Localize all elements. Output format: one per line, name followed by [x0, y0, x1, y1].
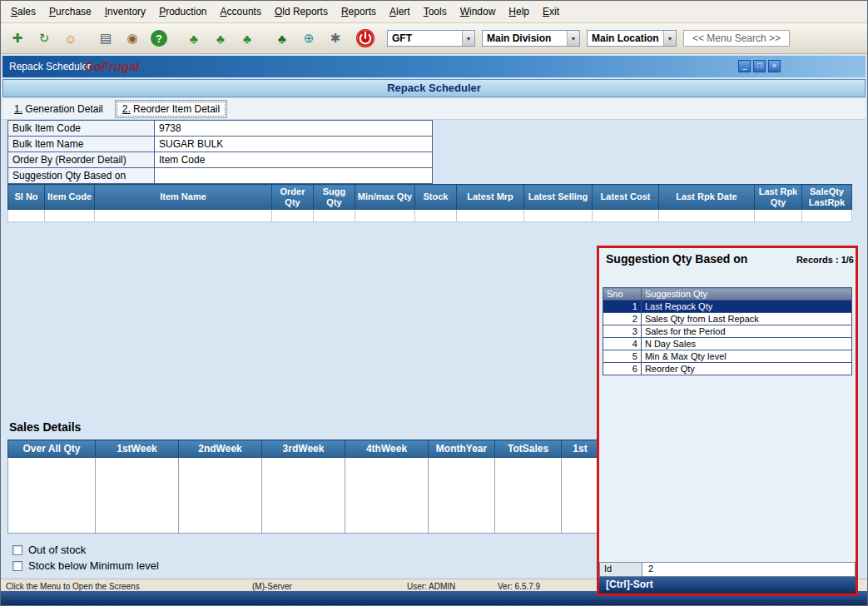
suggestion-row-sno[interactable]: 3 [603, 325, 642, 338]
column-header-last-rpk-qty[interactable]: Last Rpk Qty [755, 185, 802, 210]
menu-alert[interactable]: Alert [383, 3, 417, 20]
menu-purchase[interactable]: Purchase [42, 3, 98, 20]
suggestion-row-sno[interactable]: 1 [603, 301, 642, 313]
table-row [8, 458, 599, 534]
column-header-latest-mrp[interactable]: Latest Mrp [457, 185, 524, 210]
column-header-4th-week[interactable]: 4thWeek [345, 440, 429, 458]
menu-accounts[interactable]: Accounts [214, 3, 268, 20]
empty-cell [415, 210, 457, 222]
help-icon[interactable]: ? [151, 30, 167, 47]
out-of-stock-checkbox[interactable] [12, 545, 22, 555]
tree-icon[interactable]: ♣ [237, 28, 257, 48]
power-icon[interactable] [355, 27, 377, 49]
column-header-saleqty-lastrpk[interactable]: SaleQty LastRpk [802, 185, 852, 210]
column-header-item-name[interactable]: Item Name [95, 185, 272, 210]
bulk-item-name-field[interactable]: SUGAR BULK [155, 137, 433, 152]
tab-reorder-item-detail[interactable]: 2. Reorder Item Detail [115, 100, 227, 118]
suggestion-row-label[interactable]: Min & Max Qty level [641, 350, 851, 363]
status-user: User: ADMIN [407, 582, 455, 591]
suggestion-qty-table: Sno Suggestion Qty 1 Last Repack Qty 2 S… [603, 287, 852, 375]
print-icon[interactable]: ▤ [96, 28, 116, 48]
suggestion-row-label[interactable]: Reorder Qty [641, 363, 851, 375]
tab-generation-detail[interactable]: 1. Generation Detail [7, 101, 110, 117]
empty-cell [755, 210, 802, 222]
minimize-button[interactable]: _ [738, 60, 751, 72]
form-row: Suggestion Qty Based on [8, 168, 433, 184]
bulk-item-code-field[interactable]: 9738 [155, 121, 433, 137]
column-header-1st[interactable]: 1st [562, 440, 599, 458]
column-header-sugg-qty[interactable]: Sugg Qty [314, 185, 355, 210]
suggestion-row-label[interactable]: Last Repack Qty [641, 301, 851, 313]
menu-window[interactable]: Window [454, 3, 503, 20]
location-value: Main Location [592, 32, 659, 44]
settings-icon[interactable]: ✱ [325, 28, 345, 48]
column-header-over-all-qty[interactable]: Over All Qty [8, 440, 96, 458]
column-header-tot-sales[interactable]: TotSales [495, 440, 562, 458]
suggestion-row-sno[interactable]: 6 [603, 363, 642, 375]
suggestion-row[interactable]: 6 Reorder Qty [603, 363, 852, 375]
globe-icon[interactable]: ⊕ [299, 28, 319, 48]
tree-icon[interactable]: ♣ [211, 28, 231, 48]
column-header-latest-cost[interactable]: Latest Cost [593, 185, 659, 210]
column-header-month-year[interactable]: MonthYear [429, 440, 495, 458]
column-header-order-qty[interactable]: Order Qty [272, 185, 314, 210]
column-header-2nd-week[interactable]: 2ndWeek [179, 440, 262, 458]
suggestion-row[interactable]: 5 Min & Max Qty level [603, 350, 852, 363]
menu-sales[interactable]: Sales [4, 3, 42, 20]
location-select[interactable]: Main Location ▼ [587, 30, 677, 47]
column-header-latest-selling[interactable]: Latest Selling [524, 185, 593, 210]
suggestion-row[interactable]: 3 Sales for the Period [603, 325, 852, 338]
column-header-item-code[interactable]: Item Code [45, 185, 95, 210]
suggestion-row[interactable]: 4 N Day Sales [603, 338, 852, 350]
suggestion-row-sno[interactable]: 4 [603, 338, 642, 350]
users-icon[interactable]: ☺ [61, 28, 81, 48]
suggestion-row-sno[interactable]: 5 [603, 350, 642, 363]
suggestion-qty-field[interactable] [155, 168, 433, 184]
suggestion-row-label[interactable]: N Day Sales [641, 338, 851, 350]
new-icon[interactable]: ✚ [7, 28, 27, 48]
menu-search-button[interactable]: << Menu Search >> [683, 30, 790, 47]
suggestion-row[interactable]: 1 Last Repack Qty [603, 301, 852, 313]
menu-tools[interactable]: Tools [417, 3, 454, 20]
company-select[interactable]: GFT ▼ [387, 30, 475, 47]
suggestion-row-label[interactable]: Sales Qty from Last Repack [641, 313, 851, 325]
tree-icon[interactable]: ♣ [184, 28, 204, 48]
column-header-sl-no[interactable]: Sl No [8, 185, 45, 210]
menu-reports[interactable]: Reports [335, 3, 383, 20]
form-row: Bulk Item Name SUGAR BULK [8, 137, 433, 152]
empty-cell [345, 458, 429, 534]
close-button[interactable]: × [768, 60, 781, 72]
search-icon[interactable]: ◉ [122, 28, 142, 48]
stock-below-min-checkbox[interactable] [12, 561, 22, 571]
popup-title: Suggestion Qty Based on [606, 252, 747, 266]
refresh-icon[interactable]: ↻ [34, 28, 54, 48]
column-header-3rd-week[interactable]: 3rdWeek [262, 440, 345, 458]
menu-inventory[interactable]: Inventory [98, 3, 152, 20]
division-select[interactable]: Main Division ▼ [482, 30, 580, 47]
suggestion-row[interactable]: 2 Sales Qty from Last Repack [603, 313, 852, 325]
menu-help[interactable]: Help [502, 3, 536, 20]
menu-exit[interactable]: Exit [536, 3, 566, 20]
restore-button[interactable]: □ [753, 60, 766, 72]
empty-cell [95, 210, 272, 222]
suggestion-row-label[interactable]: Sales for the Period [641, 325, 851, 338]
empty-cell [8, 458, 96, 534]
menu-old-reports[interactable]: Old Reports [268, 3, 335, 20]
menu-production[interactable]: Production [152, 3, 213, 20]
status-server: (M)-Server [252, 582, 292, 591]
suggestion-row-sno[interactable]: 2 [603, 313, 642, 325]
id-input[interactable]: 2 [642, 562, 856, 577]
filter-checkboxes: Out of stock Stock below Minimum level [12, 542, 159, 574]
chevron-down-icon: ▼ [462, 31, 474, 46]
column-header-1st-week[interactable]: 1stWeek [96, 440, 179, 458]
order-by-field[interactable]: Item Code [155, 152, 433, 168]
tree-icon[interactable]: ♣ [272, 28, 292, 48]
table-row[interactable] [8, 210, 852, 222]
column-header-sno[interactable]: Sno [603, 288, 642, 301]
column-header-last-rpk-date[interactable]: Last Rpk Date [659, 185, 755, 210]
column-header-stock[interactable]: Stock [415, 185, 457, 210]
column-header-suggestion-qty[interactable]: Suggestion Qty [641, 288, 851, 301]
column-header-min-max-qty[interactable]: Min/max Qty [355, 185, 415, 210]
stock-below-min-label: Stock below Minimum level [28, 559, 159, 572]
empty-cell [96, 458, 179, 534]
